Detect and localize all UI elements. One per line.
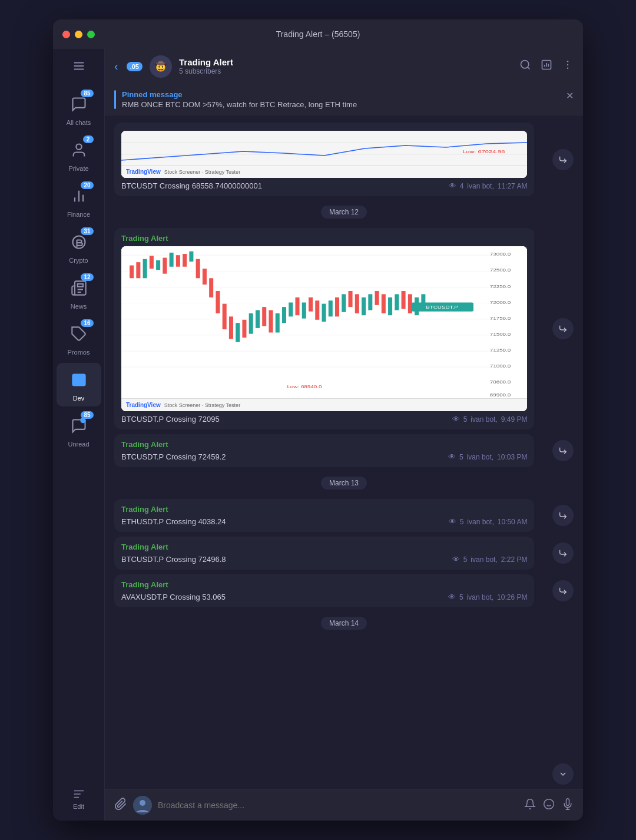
unread-label: Unread bbox=[68, 441, 89, 448]
message-text: BTCUSDT.P Crossing 72095 bbox=[121, 415, 220, 424]
mic-button[interactable] bbox=[562, 798, 574, 813]
message-footer: BTCUSDT.P Crossing 72095 👁 5 ivan bot, 9… bbox=[121, 415, 527, 424]
sidebar-item-promos[interactable]: 16 Promos bbox=[57, 317, 101, 361]
timestamp: 10:50 AM bbox=[498, 518, 528, 526]
all-chats-icon-wrap: 85 bbox=[67, 92, 91, 117]
notification-button[interactable] bbox=[524, 798, 536, 813]
forward-button[interactable] bbox=[552, 440, 574, 461]
title-bar: Trading Alert – (56505) bbox=[53, 19, 583, 49]
svg-rect-78 bbox=[322, 304, 326, 322]
alert-title: Trading Alert bbox=[121, 580, 527, 589]
author: ivan bot, bbox=[471, 415, 497, 424]
hamburger-menu[interactable] bbox=[68, 55, 90, 80]
view-count: 5 bbox=[459, 593, 463, 601]
author: ivan bot, bbox=[467, 182, 493, 190]
view-count: 5 bbox=[463, 555, 468, 564]
svg-text:71000.0: 71000.0 bbox=[490, 363, 511, 369]
chat-area: ‹ .05 🤠 Trading Alert 5 subscribers bbox=[105, 49, 583, 821]
poll-button[interactable] bbox=[541, 59, 552, 74]
timestamp: 2:22 PM bbox=[501, 555, 528, 564]
app-window: Trading Alert – (56505) 85 All c bbox=[53, 19, 583, 821]
news-icon-wrap: 12 bbox=[67, 276, 91, 300]
sidebar-item-private[interactable]: 2 Private bbox=[57, 133, 101, 177]
svg-rect-9 bbox=[72, 374, 85, 386]
more-options-button[interactable] bbox=[562, 59, 574, 74]
scroll-down-button[interactable] bbox=[552, 763, 574, 785]
svg-point-22 bbox=[567, 61, 569, 62]
svg-rect-56 bbox=[176, 255, 180, 267]
news-label: News bbox=[71, 303, 87, 310]
window-controls bbox=[62, 31, 95, 38]
sidebar-item-finance[interactable]: 20 Finance bbox=[57, 179, 101, 223]
message-meta: 👁 5 ivan bot, 9:49 PM bbox=[452, 415, 528, 424]
date-badge: March 12 bbox=[321, 206, 367, 219]
finance-icon-wrap: 20 bbox=[67, 184, 91, 209]
messages-container[interactable]: Low: 67024.96 TradingView Stock Screener… bbox=[105, 115, 583, 789]
message-input[interactable] bbox=[158, 801, 518, 810]
sidebar-item-all-chats[interactable]: 85 All chats bbox=[57, 87, 101, 131]
svg-text:72500.0: 72500.0 bbox=[490, 268, 511, 273]
svg-point-98 bbox=[140, 800, 145, 806]
message-meta: 👁 5 ivan bot, 10:26 PM bbox=[448, 593, 527, 601]
svg-text:71250.0: 71250.0 bbox=[490, 348, 511, 353]
forward-button[interactable] bbox=[552, 149, 574, 170]
all-chats-label: All chats bbox=[67, 119, 91, 126]
search-button[interactable] bbox=[519, 59, 531, 74]
emoji-button[interactable] bbox=[543, 798, 555, 813]
svg-rect-81 bbox=[342, 294, 346, 312]
svg-rect-61 bbox=[209, 278, 213, 297]
forward-button[interactable] bbox=[552, 580, 574, 601]
pinned-close-button[interactable]: ✕ bbox=[566, 90, 574, 101]
svg-point-99 bbox=[544, 799, 554, 809]
msg-count-badge: .05 bbox=[127, 62, 143, 71]
pinned-content: Pinned message RMB ONCE BTC DOM >57%, wa… bbox=[122, 90, 560, 109]
sidebar-item-unread[interactable]: 85 Unread bbox=[57, 409, 101, 452]
svg-text:🤠: 🤠 bbox=[155, 61, 167, 72]
svg-line-17 bbox=[528, 67, 530, 70]
eye-icon: 👁 bbox=[449, 181, 456, 190]
date-separator: March 13 bbox=[114, 477, 574, 490]
close-button[interactable] bbox=[62, 31, 70, 38]
promos-icon-wrap: 16 bbox=[67, 322, 91, 346]
channel-subscribers: 5 subscribers bbox=[179, 67, 512, 75]
crypto-icon-wrap: 31 bbox=[67, 230, 91, 254]
message-bubble: Trading Alert BTCUSDT.P Crossing 72459.2… bbox=[114, 434, 534, 467]
message-bubble-wrap: Trading Alert BTCUSDT.P Crossing 72496.8… bbox=[114, 537, 543, 570]
pinned-text: RMB ONCE BTC DOM >57%, watch for BTC Ret… bbox=[122, 100, 560, 109]
forward-button[interactable] bbox=[552, 505, 574, 526]
svg-rect-75 bbox=[302, 303, 306, 319]
back-button[interactable]: ‹ bbox=[114, 59, 118, 73]
svg-rect-57 bbox=[183, 254, 187, 267]
svg-rect-85 bbox=[368, 294, 372, 310]
maximize-button[interactable] bbox=[87, 31, 95, 38]
sidebar-item-dev[interactable]: Dev bbox=[57, 363, 101, 406]
svg-text:BTCUSDT.P: BTCUSDT.P bbox=[426, 305, 458, 310]
date-badge: March 13 bbox=[321, 477, 367, 490]
forward-button[interactable] bbox=[552, 543, 574, 564]
svg-rect-53 bbox=[156, 260, 160, 270]
table-row: Low: 67024.96 TradingView Stock Screener… bbox=[114, 123, 574, 196]
message-footer: BTCUSDT.P Crossing 72496.8 👁 5 ivan bot,… bbox=[121, 555, 527, 564]
alert-title: Trading Alert bbox=[121, 543, 527, 551]
message-footer: AVAXUSDT.P Crossing 53.065 👁 5 ivan bot,… bbox=[121, 593, 527, 601]
crypto-badge: 31 bbox=[81, 227, 93, 235]
sidebar-item-news[interactable]: 12 News bbox=[57, 271, 101, 315]
message-bubble: Low: 67024.96 TradingView Stock Screener… bbox=[114, 123, 534, 196]
svg-text:71500.0: 71500.0 bbox=[490, 332, 511, 337]
table-row: Trading Alert AVAXUSDT.P Crossing 53.065… bbox=[114, 574, 574, 607]
svg-rect-55 bbox=[170, 253, 174, 267]
forward-button[interactable] bbox=[552, 318, 574, 339]
view-count: 5 bbox=[463, 415, 468, 424]
chart-image-small: Low: 67024.96 TradingView Stock Screener… bbox=[121, 131, 527, 178]
sidebar-edit[interactable]: Edit bbox=[68, 783, 90, 815]
sidebar-item-crypto[interactable]: 31 Crypto bbox=[57, 225, 101, 269]
alert-title: Trading Alert bbox=[121, 505, 527, 514]
timestamp: 9:49 PM bbox=[501, 415, 528, 424]
attach-button[interactable] bbox=[114, 798, 127, 813]
eye-icon: 👁 bbox=[448, 452, 456, 461]
svg-rect-77 bbox=[315, 300, 319, 320]
svg-rect-87 bbox=[382, 294, 386, 313]
author: ivan bot, bbox=[467, 518, 493, 526]
minimize-button[interactable] bbox=[75, 31, 82, 38]
message-bubble-wrap: Low: 67024.96 TradingView Stock Screener… bbox=[114, 123, 543, 196]
